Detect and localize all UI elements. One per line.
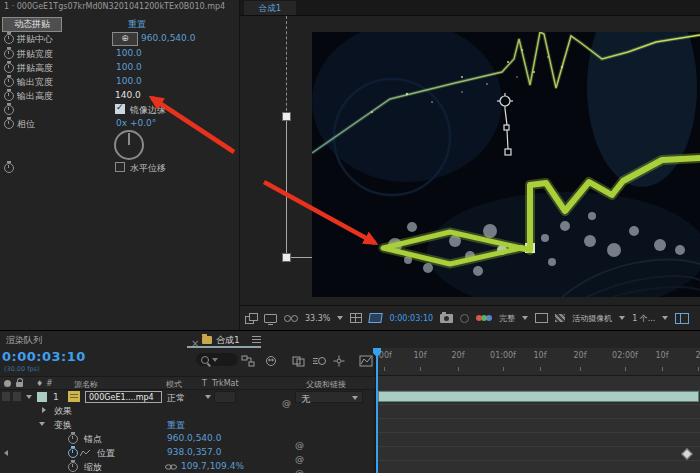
magnification-dropdown[interactable]: 33.3% (305, 314, 330, 323)
effects-group-label[interactable]: 效果 (54, 405, 72, 418)
stopwatch-icon[interactable] (4, 119, 14, 129)
playhead-line[interactable] (376, 348, 378, 473)
show-snapshot-icon[interactable] (460, 314, 469, 323)
tab-render-queue[interactable]: 渲染队列 (6, 334, 42, 347)
stopwatch-icon[interactable] (4, 49, 14, 59)
track-area[interactable] (376, 376, 700, 473)
column-t[interactable]: T (202, 379, 207, 388)
preview-time[interactable]: 0:00:03:10 (389, 314, 433, 323)
stopwatch-icon[interactable] (4, 34, 14, 44)
motion-blur-icon[interactable] (313, 355, 327, 367)
column-parent[interactable]: 父级和链接 (306, 379, 346, 390)
close-icon[interactable] (191, 332, 199, 351)
search-input[interactable] (196, 353, 238, 366)
mini-flowchart-icon[interactable] (241, 355, 255, 367)
stopwatch-icon[interactable] (4, 91, 14, 101)
property-label[interactable]: 拼贴中心 (17, 33, 53, 46)
region-of-interest-icon[interactable] (535, 313, 548, 323)
chevron-down-icon[interactable] (662, 316, 668, 320)
stopwatch-icon[interactable] (4, 163, 14, 173)
stopwatch-icon[interactable] (68, 448, 78, 458)
table-row-effects-group[interactable]: 效果 (0, 404, 375, 418)
keyframe-icon[interactable] (681, 448, 692, 459)
lock-icon[interactable] (16, 382, 23, 387)
scale-label[interactable]: 缩放 (84, 461, 102, 473)
property-value[interactable]: 100.0 (116, 76, 142, 86)
layer-expand-chevron[interactable] (26, 395, 32, 399)
resolution-dropdown[interactable]: 完整 (499, 313, 515, 324)
parent-dropdown[interactable]: 无 (295, 391, 363, 403)
layer-handle[interactable] (282, 112, 291, 121)
phase-dial[interactable] (114, 130, 144, 160)
table-row-scale[interactable]: 缩放 109.7,109.4% (0, 460, 375, 473)
position-label[interactable]: 位置 (97, 447, 115, 460)
snapshot-glasses-icon[interactable] (284, 315, 298, 322)
shy-layers-icon[interactable] (264, 355, 278, 367)
property-value-output-height[interactable]: 140.0 (115, 90, 141, 100)
menu-icon[interactable] (252, 336, 261, 337)
grid-guides-icon[interactable] (350, 313, 362, 323)
effect-name-badge[interactable]: 动态拼贴 (2, 17, 62, 32)
table-row-layer[interactable]: 1 000GeE1....mp4 正常 无 (0, 390, 375, 404)
collapse-chevron[interactable] (42, 407, 46, 413)
property-value[interactable]: 0x +0.0° (116, 118, 156, 128)
table-row-anchor[interactable]: 锚点 960.0,540.0 (0, 432, 375, 446)
anchor-value[interactable]: 960.0,540.0 (167, 433, 221, 443)
stopwatch-icon[interactable] (68, 434, 78, 444)
property-label[interactable]: 拼贴高度 (17, 62, 53, 75)
transform-reset-link[interactable]: 重置 (167, 419, 185, 432)
view-layout-dropdown[interactable]: 1 个... (632, 313, 655, 324)
mask-visibility-icon[interactable] (369, 313, 383, 323)
stopwatch-icon[interactable] (4, 77, 14, 87)
column-source-name[interactable]: 源名称 (74, 379, 98, 390)
camera-view-dropdown[interactable]: 活动摄像机 (572, 313, 612, 324)
current-time-display[interactable]: 0:00:03:10 (2, 349, 86, 364)
transparency-grid-icon[interactable] (555, 314, 565, 322)
trkmat-dropdown[interactable] (214, 391, 236, 403)
property-label[interactable]: 输出高度 (17, 90, 53, 103)
property-value[interactable]: 960.0,540.0 (141, 33, 195, 43)
column-mode[interactable]: 模式 (166, 379, 182, 390)
layer-handle[interactable] (282, 253, 291, 262)
property-label[interactable]: 输出宽度 (17, 76, 53, 89)
time-ruler[interactable]: :00f 10f 20f 01:00f 10f 20f 02:00f 10f 2 (376, 348, 700, 376)
chevron-down-icon[interactable] (619, 316, 625, 320)
prev-keyframe-icon[interactable] (4, 450, 8, 456)
show-channel-icon[interactable] (476, 315, 482, 321)
frame-blending-icon[interactable] (292, 355, 306, 367)
table-row-position[interactable]: 位置 938.0,357.0 (0, 446, 375, 460)
mirror-edges-checkbox[interactable] (115, 104, 125, 114)
transform-group-label[interactable]: 变换 (54, 419, 72, 432)
layer-name[interactable]: 000GeE1....mp4 (85, 391, 162, 403)
view-layout-icon[interactable] (675, 313, 689, 324)
link-icon[interactable] (165, 464, 177, 470)
stopwatch-icon[interactable] (68, 462, 78, 472)
chevron-down-icon[interactable] (522, 316, 528, 320)
stopwatch-icon[interactable] (4, 105, 14, 115)
eye-icon[interactable] (4, 380, 11, 387)
eye-toggle[interactable] (1, 391, 11, 402)
pickwhip-icon[interactable] (295, 461, 304, 473)
column-trkmat[interactable]: TrkMat (212, 379, 239, 388)
property-label[interactable]: 拼贴宽度 (17, 48, 53, 61)
graph-editor-icon[interactable] (359, 355, 373, 367)
crosshair-icon[interactable]: ⊕ (112, 32, 138, 46)
scale-value[interactable]: 109.7,109.4% (181, 461, 244, 471)
effect-reset-link[interactable]: 重置 (128, 18, 146, 31)
chevron-down-icon[interactable] (205, 395, 211, 399)
property-value[interactable]: 100.0 (116, 62, 142, 72)
table-row-transform-group[interactable]: 变换 重置 (0, 418, 375, 432)
brainstorm-icon[interactable] (332, 355, 346, 367)
horizontal-shift-checkbox[interactable] (115, 162, 125, 172)
tab-composition[interactable]: 合成1 (244, 1, 296, 15)
checkbox-label[interactable]: 水平位移 (130, 162, 166, 175)
chevron-down-icon[interactable] (337, 316, 343, 320)
property-value[interactable]: 100.0 (116, 48, 142, 58)
stopwatch-icon[interactable] (4, 63, 14, 73)
property-label[interactable]: 相位 (17, 118, 35, 131)
always-preview-icon[interactable] (245, 313, 257, 323)
layer-color-label[interactable] (37, 392, 47, 402)
lock-toggle[interactable] (12, 391, 22, 402)
anchor-label[interactable]: 锚点 (84, 433, 102, 446)
expand-chevron[interactable] (39, 422, 45, 426)
